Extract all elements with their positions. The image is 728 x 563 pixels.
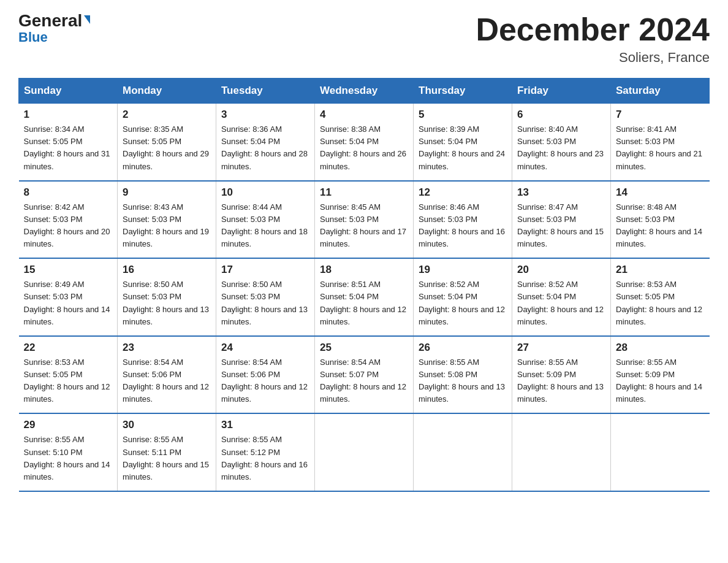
day-number: 16 [123,264,211,276]
day-info: Sunrise: 8:54 AM Sunset: 5:07 PM Dayligh… [320,356,408,406]
calendar-cell: 28 Sunrise: 8:55 AM Sunset: 5:09 PM Dayl… [611,336,710,414]
calendar-cell: 8 Sunrise: 8:42 AM Sunset: 5:03 PM Dayli… [19,181,118,259]
logo-general: General [18,12,82,29]
calendar-cell: 17 Sunrise: 8:50 AM Sunset: 5:03 PM Dayl… [216,258,315,336]
day-number: 25 [320,342,408,354]
day-number: 15 [24,264,113,276]
day-info: Sunrise: 8:51 AM Sunset: 5:04 PM Dayligh… [320,278,408,328]
calendar-cell: 16 Sunrise: 8:50 AM Sunset: 5:03 PM Dayl… [118,258,216,336]
day-number: 28 [616,342,705,354]
day-info: Sunrise: 8:48 AM Sunset: 5:03 PM Dayligh… [616,201,705,251]
calendar-cell: 6 Sunrise: 8:40 AM Sunset: 5:03 PM Dayli… [512,104,611,181]
calendar-cell: 1 Sunrise: 8:34 AM Sunset: 5:05 PM Dayli… [19,104,118,181]
month-title: December 2024 [476,12,710,47]
day-info: Sunrise: 8:55 AM Sunset: 5:10 PM Dayligh… [24,434,113,483]
calendar-header-row: SundayMondayTuesdayWednesdayThursdayFrid… [19,79,710,104]
calendar-cell [315,413,414,491]
day-number: 23 [123,342,211,354]
day-number: 30 [123,419,211,431]
calendar-cell: 3 Sunrise: 8:36 AM Sunset: 5:04 PM Dayli… [216,104,315,181]
calendar-cell: 9 Sunrise: 8:43 AM Sunset: 5:03 PM Dayli… [118,181,216,259]
calendar-cell: 15 Sunrise: 8:49 AM Sunset: 5:03 PM Dayl… [19,258,118,336]
day-number: 11 [320,186,408,199]
day-info: Sunrise: 8:43 AM Sunset: 5:03 PM Dayligh… [123,201,211,251]
day-info: Sunrise: 8:41 AM Sunset: 5:03 PM Dayligh… [616,123,705,173]
calendar-cell: 14 Sunrise: 8:48 AM Sunset: 5:03 PM Dayl… [611,181,710,259]
calendar-cell: 5 Sunrise: 8:39 AM Sunset: 5:04 PM Dayli… [414,104,512,181]
calendar-header-monday: Monday [118,79,216,104]
calendar-table: SundayMondayTuesdayWednesdayThursdayFrid… [18,78,710,492]
calendar-cell [611,413,710,491]
day-number: 27 [517,342,605,354]
day-info: Sunrise: 8:54 AM Sunset: 5:06 PM Dayligh… [221,356,309,406]
day-number: 5 [419,109,507,121]
day-number: 18 [320,264,408,276]
day-number: 9 [123,186,211,199]
calendar-header-tuesday: Tuesday [216,79,315,104]
calendar-cell: 19 Sunrise: 8:52 AM Sunset: 5:04 PM Dayl… [414,258,512,336]
day-info: Sunrise: 8:55 AM Sunset: 5:08 PM Dayligh… [419,356,507,406]
day-info: Sunrise: 8:52 AM Sunset: 5:04 PM Dayligh… [517,278,605,328]
calendar-week-row: 8 Sunrise: 8:42 AM Sunset: 5:03 PM Dayli… [19,181,710,259]
day-number: 2 [123,109,211,121]
day-number: 31 [221,419,309,431]
calendar-week-row: 1 Sunrise: 8:34 AM Sunset: 5:05 PM Dayli… [19,104,710,181]
day-info: Sunrise: 8:42 AM Sunset: 5:03 PM Dayligh… [24,201,113,251]
day-info: Sunrise: 8:46 AM Sunset: 5:03 PM Dayligh… [419,201,507,251]
location: Soliers, France [476,50,710,66]
calendar-header-sunday: Sunday [19,79,118,104]
calendar-cell: 22 Sunrise: 8:53 AM Sunset: 5:05 PM Dayl… [19,336,118,414]
day-number: 10 [221,186,309,199]
day-info: Sunrise: 8:35 AM Sunset: 5:05 PM Dayligh… [123,123,211,173]
day-info: Sunrise: 8:40 AM Sunset: 5:03 PM Dayligh… [517,123,605,173]
calendar-cell: 20 Sunrise: 8:52 AM Sunset: 5:04 PM Dayl… [512,258,611,336]
calendar-cell: 10 Sunrise: 8:44 AM Sunset: 5:03 PM Dayl… [216,181,315,259]
day-number: 13 [517,186,605,199]
calendar-cell: 25 Sunrise: 8:54 AM Sunset: 5:07 PM Dayl… [315,336,414,414]
calendar-cell [512,413,611,491]
logo-blue: Blue [18,29,48,45]
calendar-header-thursday: Thursday [414,79,512,104]
day-number: 24 [221,342,309,354]
calendar-cell: 23 Sunrise: 8:54 AM Sunset: 5:06 PM Dayl… [118,336,216,414]
day-number: 19 [419,264,507,276]
day-info: Sunrise: 8:55 AM Sunset: 5:09 PM Dayligh… [616,356,705,406]
calendar-cell: 18 Sunrise: 8:51 AM Sunset: 5:04 PM Dayl… [315,258,414,336]
calendar-cell: 31 Sunrise: 8:55 AM Sunset: 5:12 PM Dayl… [216,413,315,491]
title-block: December 2024 Soliers, France [476,12,710,66]
day-info: Sunrise: 8:55 AM Sunset: 5:09 PM Dayligh… [517,356,605,406]
calendar-cell: 2 Sunrise: 8:35 AM Sunset: 5:05 PM Dayli… [118,104,216,181]
calendar-cell: 13 Sunrise: 8:47 AM Sunset: 5:03 PM Dayl… [512,181,611,259]
calendar-cell: 24 Sunrise: 8:54 AM Sunset: 5:06 PM Dayl… [216,336,315,414]
day-number: 8 [24,186,113,199]
day-number: 20 [517,264,605,276]
day-number: 21 [616,264,705,276]
day-number: 14 [616,186,705,199]
day-number: 1 [24,109,113,121]
calendar-week-row: 15 Sunrise: 8:49 AM Sunset: 5:03 PM Dayl… [19,258,710,336]
calendar-header-friday: Friday [512,79,611,104]
day-number: 4 [320,109,408,121]
calendar-cell: 29 Sunrise: 8:55 AM Sunset: 5:10 PM Dayl… [19,413,118,491]
calendar-week-row: 29 Sunrise: 8:55 AM Sunset: 5:10 PM Dayl… [19,413,710,491]
day-number: 6 [517,109,605,121]
day-info: Sunrise: 8:45 AM Sunset: 5:03 PM Dayligh… [320,201,408,251]
calendar-header-saturday: Saturday [611,79,710,104]
logo-triangle-icon [84,15,90,24]
calendar-cell: 7 Sunrise: 8:41 AM Sunset: 5:03 PM Dayli… [611,104,710,181]
day-info: Sunrise: 8:53 AM Sunset: 5:05 PM Dayligh… [616,278,705,328]
calendar-cell: 21 Sunrise: 8:53 AM Sunset: 5:05 PM Dayl… [611,258,710,336]
day-number: 26 [419,342,507,354]
day-info: Sunrise: 8:55 AM Sunset: 5:11 PM Dayligh… [123,434,211,483]
day-info: Sunrise: 8:50 AM Sunset: 5:03 PM Dayligh… [221,278,309,328]
day-number: 3 [221,109,309,121]
day-number: 29 [24,419,113,431]
day-info: Sunrise: 8:36 AM Sunset: 5:04 PM Dayligh… [221,123,309,173]
calendar-cell [414,413,512,491]
calendar-cell: 30 Sunrise: 8:55 AM Sunset: 5:11 PM Dayl… [118,413,216,491]
day-info: Sunrise: 8:55 AM Sunset: 5:12 PM Dayligh… [221,434,309,483]
day-info: Sunrise: 8:50 AM Sunset: 5:03 PM Dayligh… [123,278,211,328]
day-info: Sunrise: 8:38 AM Sunset: 5:04 PM Dayligh… [320,123,408,173]
day-number: 17 [221,264,309,276]
day-info: Sunrise: 8:49 AM Sunset: 5:03 PM Dayligh… [24,278,113,328]
